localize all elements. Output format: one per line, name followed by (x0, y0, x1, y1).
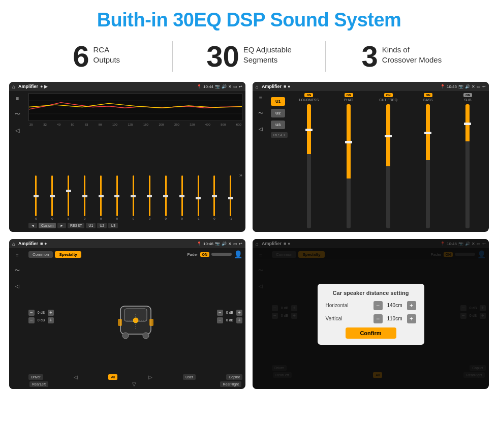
speaker-vol-icon[interactable]: ◁ (15, 283, 19, 289)
volume-icon-3: 🔊 (222, 242, 227, 246)
right-rear-plus-button[interactable]: + (236, 317, 242, 323)
horizontal-minus-button[interactable]: − (374, 301, 383, 310)
eq-custom-button[interactable]: Custom (39, 223, 56, 228)
eq-u1-button[interactable]: U1 (86, 223, 96, 228)
channel-sub: ON SUB (449, 93, 487, 230)
user-button[interactable]: User (183, 374, 196, 380)
camera-icon-3: 📷 (215, 242, 220, 246)
phat-on-button[interactable]: ON (345, 93, 353, 97)
eq-controls: ◄ Custom ► RESET U1 U2 U3 (28, 221, 242, 230)
speaker-wave-icon[interactable]: 〜 (15, 267, 20, 274)
all-button[interactable]: All (108, 374, 117, 380)
sub-on-button[interactable]: ON (463, 93, 472, 97)
home-icon-3[interactable]: ⌂ (12, 241, 15, 247)
horizontal-plus-button[interactable]: + (407, 301, 416, 310)
close-icon[interactable]: ✕ (228, 84, 232, 89)
screen1-time: 10:44 (203, 84, 213, 89)
crossover-wave-icon[interactable]: 〜 (258, 110, 263, 117)
eq-slider-3[interactable]: 5 (61, 175, 76, 220)
crossover-reset-button[interactable]: RESET (271, 132, 288, 138)
eq-wave-icon[interactable]: 〜 (15, 110, 20, 118)
loudness-slider[interactable] (307, 104, 311, 228)
crossover-speaker-icon[interactable]: ◁ (259, 126, 263, 132)
right-arrow-icon[interactable]: ▷ (148, 374, 152, 380)
eq-reset-button[interactable]: RESET (68, 223, 84, 228)
down-arrow-icon[interactable]: ▽ (132, 381, 136, 387)
sub-slider[interactable] (465, 104, 470, 228)
preset-u1-button[interactable]: U1 (271, 97, 285, 106)
eq-slider-11[interactable]: -1 (191, 175, 206, 220)
right-rear-minus-button[interactable]: − (217, 317, 223, 323)
eq-slider-9[interactable]: 0 (158, 175, 173, 220)
tab-specialty[interactable]: Specialty (55, 251, 81, 258)
speaker-car-diagram (56, 260, 215, 373)
driver-button[interactable]: Driver (28, 374, 43, 380)
eq-slider-8[interactable]: 0 (142, 175, 157, 220)
left-front-minus-button[interactable]: − (28, 310, 35, 316)
bass-label: BASS (423, 98, 433, 102)
right-rear-db-value: 0 dB (224, 318, 235, 322)
back-icon-2[interactable]: ↩ (482, 84, 486, 89)
cutfreq-on-button[interactable]: ON (384, 93, 393, 97)
cutfreq-slider[interactable] (386, 104, 390, 228)
crossover-sidebar: ≡ 〜 ◁ (253, 91, 269, 232)
right-front-plus-button[interactable]: + (236, 310, 242, 316)
eq-content: ≡ 〜 ◁ 25 32 40 5 (9, 91, 245, 232)
eq-slider-2[interactable]: 0 (45, 175, 60, 220)
home-icon-2[interactable]: ⌂ (256, 84, 259, 89)
eq-slider-12[interactable]: 0 (207, 175, 222, 220)
stat-divider-2 (325, 41, 326, 72)
bass-slider[interactable] (426, 104, 430, 228)
eq-u3-button[interactable]: U3 (108, 223, 118, 228)
crossover-filter-icon[interactable]: ≡ (259, 95, 262, 101)
speaker-content: ≡ 〜 ◁ Common Specialty Fader ON 👤 (9, 248, 245, 389)
eq-filter-icon[interactable]: ≡ (16, 95, 19, 101)
eq-slider-6[interactable]: 0 (110, 175, 125, 220)
rear-right-button[interactable]: RearRight (220, 381, 241, 387)
camera-icon: 📷 (215, 84, 220, 89)
eq-speaker-icon[interactable]: ◁ (15, 127, 19, 134)
eq-slider-4[interactable]: 0 (77, 175, 92, 220)
home-icon[interactable]: ⌂ (12, 84, 15, 89)
speaker-filter-icon[interactable]: ≡ (16, 252, 19, 258)
right-rear-db-row: − 0 dB + (217, 317, 242, 323)
eq-slider-13[interactable]: -1 (223, 175, 238, 220)
eq-slider-5[interactable]: 0 (94, 175, 109, 220)
preset-u3-button[interactable]: U3 (271, 121, 285, 129)
back-icon-3[interactable]: ↩ (239, 242, 242, 246)
left-rear-db-value: 0 dB (36, 318, 47, 322)
vertical-plus-button[interactable]: + (407, 314, 416, 323)
eq-u2-button[interactable]: U2 (97, 223, 107, 228)
volume-icon-2: 🔊 (465, 84, 470, 89)
eq-next-button[interactable]: ► (57, 223, 66, 228)
preset-u2-button[interactable]: U2 (271, 109, 285, 117)
copilot-button[interactable]: Copilot (226, 374, 242, 380)
close-icon-3[interactable]: ✕ (228, 242, 232, 246)
fader-on-button[interactable]: ON (200, 252, 210, 257)
left-rear-minus-button[interactable]: − (28, 317, 35, 323)
expand-icon[interactable]: » (239, 172, 242, 178)
rear-left-button[interactable]: RearLeft (29, 381, 48, 387)
eq-slider-1[interactable]: 0 (28, 175, 44, 220)
fader-slider[interactable] (211, 253, 232, 256)
location-icon-2: 📍 (440, 84, 445, 89)
close-icon-2[interactable]: ✕ (472, 84, 475, 89)
left-arrow-icon[interactable]: ◁ (74, 374, 78, 380)
bass-on-button[interactable]: ON (424, 93, 432, 97)
phat-slider[interactable] (347, 104, 351, 228)
back-icon[interactable]: ↩ (239, 84, 242, 89)
tab-common[interactable]: Common (28, 251, 53, 258)
loudness-on-button[interactable]: ON (304, 93, 313, 97)
stat-divider-1 (172, 41, 173, 72)
stat-crossover-number: 3 (361, 42, 378, 71)
right-front-minus-button[interactable]: − (217, 310, 223, 316)
eq-slider-7[interactable]: 0 (126, 175, 141, 220)
vertical-minus-button[interactable]: − (374, 314, 383, 323)
stat-crossover-line1: Kinds of (382, 45, 442, 55)
eq-prev-button[interactable]: ◄ (28, 223, 37, 228)
left-front-plus-button[interactable]: + (48, 310, 54, 316)
person-icon: 👤 (234, 250, 242, 258)
confirm-button[interactable]: Confirm (346, 327, 396, 339)
eq-slider-10[interactable]: 0 (174, 175, 190, 220)
left-rear-plus-button[interactable]: + (48, 317, 54, 323)
